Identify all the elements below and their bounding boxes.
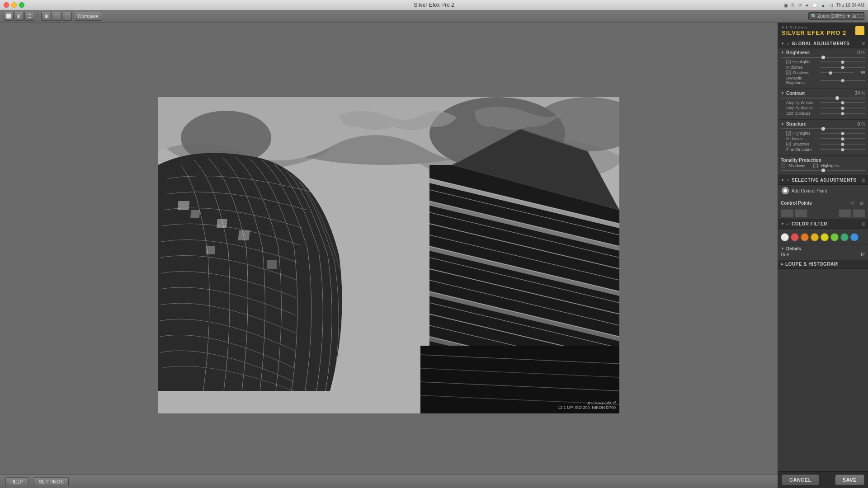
tool-icon-1[interactable]: ⬜ (4, 12, 14, 21)
color-swatch-1[interactable] (791, 233, 799, 241)
highlights-checkbox[interactable] (786, 60, 791, 64)
compare-button[interactable]: Compare (74, 12, 102, 21)
color-swatch-0[interactable] (781, 233, 789, 241)
color-swatch-2[interactable] (801, 233, 809, 241)
structure-midtones-slider[interactable] (820, 138, 865, 139)
str-shadows-checkbox[interactable] (786, 142, 791, 146)
global-adjustments-header[interactable]: ▼ ✓ GLOBAL ADJUSTMENTS ⊞ (778, 39, 868, 48)
loupe-histogram-header[interactable]: ▶ LOUPE & HISTOGRAM (778, 260, 868, 269)
canvas-area[interactable]: JH77543-Edit.tif 12.1 MP, ISO 200, NIKON… (0, 23, 778, 488)
amplify-blacks-thumb[interactable] (841, 107, 844, 110)
help-button[interactable]: HELP (5, 477, 28, 486)
brightness-unit: % (861, 50, 865, 55)
structure-arrow: ▼ (781, 122, 784, 126)
amplify-whites-thumb[interactable] (841, 101, 844, 104)
amplify-whites-slider[interactable] (820, 102, 865, 103)
brightness-thumb[interactable] (821, 56, 825, 59)
settings-button[interactable]: SETTINGS (34, 477, 69, 486)
selective-expand: ⊞ (862, 178, 865, 183)
cp-btn-3[interactable] (839, 209, 851, 217)
str-midtones-thumb[interactable] (841, 137, 844, 141)
tonality-shadows-slider[interactable] (781, 170, 865, 171)
dynamic-brightness-slider[interactable] (820, 80, 865, 81)
structure-slider[interactable] (781, 128, 865, 129)
traffic-lights (4, 2, 24, 8)
main-content: JH77543-Edit.tif 12.1 MP, ISO 200, NIKON… (0, 23, 868, 488)
view-split-v[interactable]: ⬚ (52, 12, 61, 21)
str-shadows-thumb[interactable] (841, 143, 844, 146)
color-swatch-6[interactable] (840, 233, 849, 241)
str-highlights-checkbox[interactable] (786, 131, 791, 136)
structure-value: 0 (858, 122, 860, 127)
fine-structure-label: Fine Structure (786, 147, 820, 152)
dynamic-brightness-thumb[interactable] (841, 79, 844, 82)
shadows-slider[interactable] (820, 72, 854, 73)
contrast-slider[interactable] (781, 98, 865, 99)
separator-1 (38, 12, 38, 20)
structure-highlights-slider[interactable] (820, 133, 865, 134)
tonality-highlights-label: Highlights (821, 164, 839, 168)
dynamic-brightness-row: Dynamic Brightness (781, 76, 865, 85)
cancel-button[interactable]: CANCEL (782, 474, 819, 485)
tonality-section: Tonality Protection Shadows Highlights (778, 156, 868, 176)
color-swatch-3[interactable] (811, 233, 819, 241)
structure-shadows-slider[interactable] (820, 144, 865, 145)
selective-label: SELECTIVE ADJUSTMENTS (792, 178, 862, 183)
check-icon: ✓ (786, 41, 790, 46)
save-button[interactable]: SAVE (835, 474, 864, 485)
contrast-thumb[interactable] (835, 96, 839, 100)
toolbar: ⬜ ◧ ☰ ▣ ⬚ ⬚ Compare 🔍 Zoom (200%) ▼ ⊞ ⛶ (0, 10, 868, 23)
soft-contrast-row: Soft Contrast (781, 111, 865, 116)
maximize-button[interactable] (19, 2, 24, 8)
color-filter-header[interactable]: ▼ ✓ COLOR FILTER ⊞ (778, 220, 868, 229)
minimize-button[interactable] (11, 2, 17, 8)
brightness-slider[interactable] (781, 57, 865, 58)
tonality-shadows-checkbox[interactable] (781, 164, 785, 168)
soft-contrast-slider[interactable] (820, 113, 865, 114)
soft-contrast-thumb[interactable] (841, 112, 844, 115)
structure-thumb[interactable] (821, 127, 825, 131)
view-single[interactable]: ▣ (41, 12, 51, 21)
shadows-thumb[interactable] (829, 71, 832, 75)
color-filter-arrow: ▼ (781, 222, 784, 226)
highlights-thumb[interactable] (841, 61, 844, 64)
control-points-grid (781, 209, 865, 217)
tool-icon-2[interactable]: ◧ (14, 12, 24, 21)
color-swatch-7[interactable] (850, 233, 859, 241)
add-control-point-btn[interactable]: Add Control Point (778, 185, 868, 197)
cp-delete-icon[interactable]: ⊠ (858, 199, 865, 206)
cp-btn-2[interactable] (795, 209, 807, 217)
details-arrow: ▼ (781, 247, 784, 251)
color-swatch-5[interactable] (830, 233, 839, 241)
brightness-section: ▼ Brightness 0 % Highlights (778, 48, 868, 89)
tonality-shadows-thumb[interactable] (821, 169, 825, 172)
brand-nik: Nik Software (782, 25, 846, 29)
svg-rect-8 (178, 201, 190, 210)
cp-refresh-icon[interactable]: ⟳ (849, 199, 856, 206)
structure-highlights-label: Highlights (786, 131, 820, 136)
tonality-highlights-checkbox[interactable] (813, 164, 818, 168)
brand-swatch (855, 26, 864, 35)
highlights-slider[interactable] (820, 61, 865, 62)
str-highlights-thumb[interactable] (841, 132, 844, 135)
cp-btn-4[interactable] (853, 209, 865, 217)
fine-structure-thumb[interactable] (841, 148, 844, 151)
color-swatch-4[interactable] (821, 233, 829, 241)
tool-icon-3[interactable]: ☰ (24, 12, 34, 21)
close-button[interactable] (4, 2, 9, 8)
shadows-checkbox[interactable] (786, 70, 791, 75)
loupe-label: LOUPE & HISTOGRAM (785, 262, 865, 267)
fine-structure-row: Fine Structure (781, 147, 865, 152)
highlights-label: Highlights (786, 60, 820, 64)
midtones-slider[interactable] (820, 67, 865, 68)
fine-structure-slider[interactable] (820, 149, 865, 150)
amplify-blacks-slider[interactable] (820, 108, 865, 108)
cp-btn-1[interactable] (781, 209, 793, 217)
view-split-h[interactable]: ⬚ (62, 12, 72, 21)
clock-icon: 🕐 (812, 3, 817, 8)
contrast-title-row: ▼ Contrast 34 % (781, 91, 865, 96)
selective-adjustments-header[interactable]: ▼ ✓ SELECTIVE ADJUSTMENTS ⊞ (778, 176, 868, 185)
screen-icon: ▣ (784, 3, 788, 8)
midtones-thumb[interactable] (841, 66, 844, 69)
amplify-whites-row: Amplify Whites (781, 100, 865, 105)
